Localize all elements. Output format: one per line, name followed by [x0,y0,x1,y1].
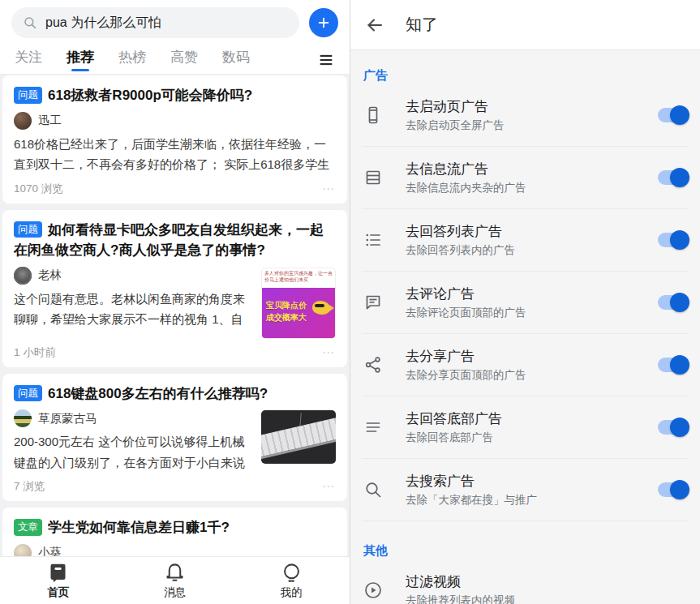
divider [362,520,689,521]
post-excerpt: 618价格已经出来了，后面学生潮来临，依据往年经验，一直到双十二，不再会有多好的… [14,134,336,175]
avatar[interactable] [14,267,32,285]
compose-button[interactable] [309,8,338,37]
post-excerpt: 200-300元左右 这个价位可以说够得上机械键盘的入门级别了，在各方面对于小白… [14,431,253,473]
settings-header: 知了 [350,0,700,50]
post-meta-row: 1 小时前 ⋯ [14,345,336,360]
nav-label: 消息 [164,585,186,600]
setting-row[interactable]: 去启动页广告 去除启动页全屏广告 [350,88,700,142]
section-header-other: 其他 [350,525,700,563]
thumbnail-banner: 宝贝降点价 成交概率大 [262,288,335,338]
channel-menu-button[interactable] [317,51,335,69]
author-name: 草原蒙古马 [38,411,97,426]
post-thumbnail[interactable]: 多人对你的宝贝感兴趣，让一点价马上通知他们来买 宝贝降点价 成交概率大 [261,268,336,339]
setting-row[interactable]: 去回答底部广告 去除回答底部广告 [350,401,700,454]
post-title[interactable]: 问题618拯救者R9000p可能会降价吗? [14,85,336,106]
timestamp: 1 小时前 [14,345,56,360]
setting-row[interactable]: 去评论广告 去除评论页面顶部的广告 [350,276,700,329]
post-title-text: 学生党如何靠信息差日赚1千? [48,520,230,535]
setting-subtitle: 去除回答列表内的广告 [406,243,650,258]
setting-subtitle: 去除评论页面顶部的广告 [406,306,650,320]
feed-list[interactable]: 问题618拯救者R9000p可能会降价吗? 迅工 618价格已经出来了，后面学生… [0,75,350,604]
nav-messages[interactable]: 消息 [142,562,207,600]
setting-title: 去启动页广告 [406,97,650,116]
toggle-thumb [670,480,689,499]
setting-subtitle: 去除信息流内夹杂的广告 [406,181,650,195]
more-options-icon[interactable]: ⋯ [322,479,336,494]
toggle-switch-on[interactable] [658,107,687,123]
more-options-icon[interactable]: ⋯ [322,182,336,196]
section-header-ads: 广告 [350,50,700,88]
tab-hot[interactable]: 热榜 [118,48,146,71]
setting-subtitle: 去除「大家都在搜」与推广 [406,493,650,508]
post-excerpt: 这个问题有意思。老林以闲鱼商家的角度来聊聊，希望给大家展示不一样的视角 1、自发… [14,289,253,330]
toggle-switch-on[interactable] [658,357,687,373]
back-icon[interactable] [365,15,384,35]
keyboard-photo-thumbnail[interactable] [261,410,336,464]
author-name: 迅工 [38,113,62,128]
feed-screen: pua 为什么那么可怕 关注 推荐 热榜 高赞 数码 问题618拯救者R9000… [0,0,350,604]
smartphone-icon [363,105,383,125]
post-title[interactable]: 问题618键盘800多左右的有什么推荐吗? [14,383,336,405]
post-title[interactable]: 文章学生党如何靠信息差日赚1千? [14,517,336,538]
feed-card[interactable]: 问题618拯救者R9000p可能会降价吗? 迅工 618价格已经出来了，后面学生… [2,75,347,203]
toggle-switch-on[interactable] [658,294,687,311]
nav-profile[interactable]: 我的 [259,562,324,600]
setting-title: 去回答列表广告 [406,222,650,241]
setting-subtitle: 去除启动页全屏广告 [406,118,650,133]
bell-icon [164,562,186,584]
setting-title: 去信息流广告 [406,160,650,178]
search-icon [363,480,383,499]
tab-recommend[interactable]: 推荐 [67,48,94,71]
feed-card[interactable]: 问题618键盘800多左右的有什么推荐吗? 草原蒙古马 200-300元左右 这… [2,374,347,502]
tab-follow[interactable]: 关注 [15,48,42,71]
post-title-text: 618拯救者R9000p可能会降价吗? [48,88,252,103]
setting-title: 去搜索广告 [406,472,650,490]
post-meta-row: 7 浏览 ⋯ [14,479,336,494]
setting-row[interactable]: 过滤视频 去除推荐列表内的视频 [350,563,700,604]
question-badge: 问题 [14,385,42,402]
search-bar[interactable]: pua 为什么那么可怕 [11,7,299,38]
avatar[interactable] [14,112,32,130]
author-row[interactable]: 迅工 [14,112,336,130]
search-input[interactable]: pua 为什么那么可怕 [45,15,161,32]
post-meta-row: 1070 浏览 ⋯ [14,182,336,196]
nav-home[interactable]: 首页 [26,562,91,600]
toggle-thumb [670,293,689,312]
post-title[interactable]: 问题如何看待显卡吧众多吧友自发组织起来，一起在闲鱼做空商人?商人似乎是急了的事情… [14,220,336,261]
feed-card[interactable]: 问题如何看待显卡吧众多吧友自发组织起来，一起在闲鱼做空商人?商人似乎是急了的事情… [2,210,347,367]
setting-title: 去分享广告 [406,347,650,366]
comment-icon [363,293,383,312]
divider [362,271,689,272]
view-count: 7 浏览 [14,479,45,494]
avatar[interactable] [14,409,32,427]
post-title-text: 如何看待显卡吧众多吧友自发组织起来，一起在闲鱼做空商人?商人似乎是急了的事情? [14,222,324,259]
setting-row[interactable]: 去信息流广告 去除信息流内夹杂的广告 [350,151,700,204]
tab-upvoted[interactable]: 高赞 [170,48,198,71]
article-badge: 文章 [14,519,42,536]
toggle-thumb [670,105,689,125]
author-name: 老林 [38,268,62,283]
toggle-thumb [670,168,689,187]
toggle-switch-on[interactable] [658,482,687,498]
plus-icon [316,15,331,30]
thumbnail-caption: 多人对你的宝贝感兴趣，让一点价马上通知他们来买 [262,268,335,285]
toggle-switch-on[interactable] [658,169,687,186]
tab-digital[interactable]: 数码 [222,48,250,71]
toggle-switch-on[interactable] [658,232,687,248]
split-screenshot: pua 为什么那么可怕 关注 推荐 热榜 高赞 数码 问题618拯救者R9000… [0,0,700,604]
view-count: 1070 浏览 [14,182,63,196]
home-icon [47,562,69,584]
feed-tab-bar: 关注 推荐 热榜 高赞 数码 [0,45,350,75]
question-badge: 问题 [14,221,42,238]
toggle-switch-on[interactable] [658,419,687,435]
more-options-icon[interactable]: ⋯ [322,345,336,360]
feed-header: pua 为什么那么可怕 [0,0,350,45]
setting-row[interactable]: 去回答列表广告 去除回答列表内的广告 [350,213,700,267]
search-icon [23,15,37,30]
setting-subtitle: 去除分享页面顶部的广告 [406,368,650,383]
setting-title: 去回答底部广告 [406,409,650,428]
setting-row[interactable]: 去搜索广告 去除「大家都在搜」与推广 [350,463,700,516]
divider [362,396,689,396]
setting-row[interactable]: 去分享广告 去除分享页面顶部的广告 [350,338,700,392]
bottom-nav-bar: 首页 消息 我的 [0,556,350,604]
